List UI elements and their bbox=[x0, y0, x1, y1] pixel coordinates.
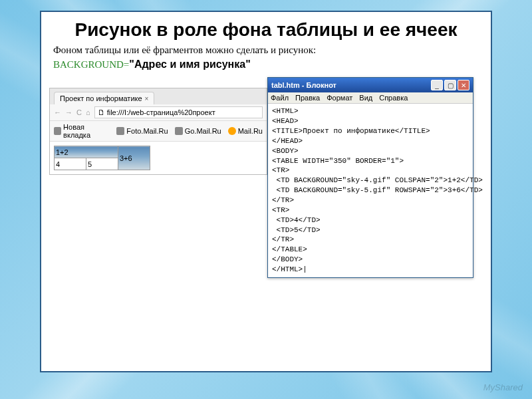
cell-4: 4 bbox=[55, 158, 86, 170]
browser-toolbar: ← → C ⌂ 🗋 file:///I:/web-страница%20прое… bbox=[50, 104, 267, 121]
bookmark-item[interactable]: Новая вкладка bbox=[54, 123, 110, 139]
bookmark-icon bbox=[116, 127, 124, 135]
browser-viewport: 1+2 3+6 4 5 bbox=[50, 142, 267, 174]
attr-name: BACKGROUND bbox=[53, 59, 124, 70]
bookmark-label: Mail.Ru bbox=[238, 127, 263, 135]
bookmark-item[interactable]: Go.Mail.Ru bbox=[175, 123, 221, 139]
watermark: MyShared bbox=[483, 382, 523, 392]
bookmark-label: Foto.Mail.Ru bbox=[126, 127, 168, 135]
menu-view[interactable]: Вид bbox=[359, 94, 372, 102]
menu-file[interactable]: Файл bbox=[271, 94, 289, 102]
close-icon[interactable]: × bbox=[145, 95, 149, 102]
menu-edit[interactable]: Правка bbox=[295, 94, 320, 102]
demo-table: 1+2 3+6 4 5 bbox=[54, 146, 150, 170]
bookmark-icon bbox=[228, 127, 236, 135]
notepad-title: tabl.htm - Блокнот bbox=[271, 81, 430, 89]
bookmark-label: Go.Mail.Ru bbox=[185, 127, 221, 135]
forward-icon[interactable]: → bbox=[65, 108, 72, 116]
url-field[interactable]: 🗋 file:///I:/web-страница%20проект bbox=[94, 106, 263, 118]
slide-title: Рисунок в роле фона таблицы и ее ячеек bbox=[53, 20, 479, 39]
browser-window: Проект по информатике × ← → C ⌂ 🗋 file:/… bbox=[49, 88, 267, 175]
intro-text: Фоном таблицы или её фрагментов можно сд… bbox=[53, 45, 479, 56]
close-button[interactable]: ✕ bbox=[458, 80, 469, 90]
bookmark-label: Новая вкладка bbox=[63, 123, 110, 139]
bookmark-icon bbox=[175, 127, 183, 135]
minimize-button[interactable]: _ bbox=[431, 80, 443, 90]
cell-3-6: 3+6 bbox=[118, 146, 150, 170]
attr-value: "Адрес и имя рисунка" bbox=[129, 59, 250, 70]
cell-1-2: 1+2 bbox=[55, 146, 118, 158]
menu-help[interactable]: Справка bbox=[379, 94, 408, 102]
bookmark-item[interactable]: Mail.Ru bbox=[228, 123, 263, 139]
maximize-button[interactable]: ▢ bbox=[444, 80, 456, 90]
back-icon[interactable]: ← bbox=[54, 108, 61, 116]
cell-5: 5 bbox=[86, 158, 118, 170]
menu-format[interactable]: Формат bbox=[327, 94, 352, 102]
notepad-body[interactable]: <HTML> <HEAD> <TITLE>Проект по информати… bbox=[268, 104, 473, 277]
tab-title: Проект по информатике bbox=[60, 94, 142, 102]
attribute-line: BACKGROUND="Адрес и имя рисунка" bbox=[53, 59, 479, 70]
slide-frame: Рисунок в роле фона таблицы и ее ячеек Ф… bbox=[40, 11, 492, 372]
browser-tabbar: Проект по информатике × bbox=[50, 88, 267, 104]
notepad-titlebar[interactable]: tabl.htm - Блокнот _ ▢ ✕ bbox=[268, 78, 473, 92]
browser-tab[interactable]: Проект по информатике × bbox=[54, 92, 154, 104]
notepad-window: tabl.htm - Блокнот _ ▢ ✕ Файл Правка Фор… bbox=[267, 77, 473, 277]
bookmark-icon bbox=[54, 127, 61, 135]
url-text: file:///I:/web-страница%20проект bbox=[107, 108, 215, 116]
page-icon: 🗋 bbox=[98, 108, 105, 116]
home-icon[interactable]: ⌂ bbox=[86, 108, 90, 116]
notepad-menubar: Файл Правка Формат Вид Справка bbox=[268, 92, 473, 104]
bookmark-bar: Новая вкладка Foto.Mail.Ru Go.Mail.Ru Ma… bbox=[50, 121, 267, 142]
reload-icon[interactable]: C bbox=[76, 108, 82, 116]
bookmark-item[interactable]: Foto.Mail.Ru bbox=[116, 123, 168, 139]
